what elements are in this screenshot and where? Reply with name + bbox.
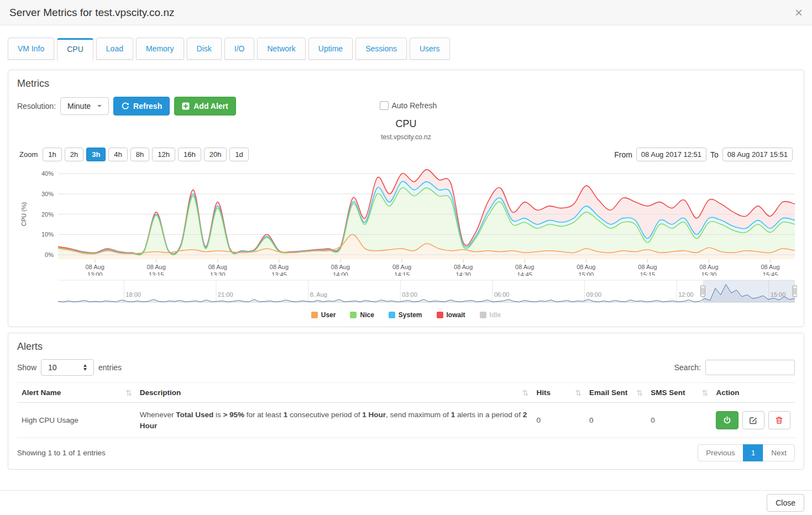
alerts-controls: Show 10 entries Search: [17,359,795,376]
legend-item-system[interactable]: System [389,311,422,319]
zoom-12h-button[interactable]: 12h [152,148,175,161]
resolution-value: Minute [67,102,91,111]
to-label: To [710,150,719,159]
tab-memory[interactable]: Memory [136,38,184,60]
chart-navigator[interactable]: 18:0021:008. Aug03:0006:0009:0012:0015:0… [17,279,797,304]
zoom-4h-button[interactable]: 4h [108,148,127,161]
showing-entries-text: Showing 1 to 1 of 1 entries [17,449,106,457]
svg-text:09:00: 09:00 [586,291,602,298]
auto-refresh-control: Auto Refresh [380,101,437,110]
zoom-label: Zoom [19,150,38,159]
legend-label-nice: Nice [360,311,374,319]
alerts-panel: Alerts Show 10 entries Search: Alert Nam… [8,333,804,470]
tab-disk[interactable]: Disk [187,38,222,60]
svg-text:08 Aug15:45: 08 Aug15:45 [761,264,779,276]
chevron-down-icon [97,105,102,107]
tab-vm-info[interactable]: VM Info [8,38,54,60]
refresh-label: Refresh [133,102,162,111]
cpu-chart: 0%10%20%30%40%08 Aug13:0008 Aug13:1508 A… [17,162,797,276]
tab-network[interactable]: Network [257,38,305,60]
column-header-description[interactable]: Description⇅ [135,383,532,403]
svg-text:08 Aug13:30: 08 Aug13:30 [208,264,227,276]
table-row: High CPU Usage Whenever Total Used is > … [17,403,795,438]
column-header-hits[interactable]: Hits⇅ [532,383,585,403]
chart-header: CPU test.vpscity.co.nz [17,118,795,141]
tab-sessions[interactable]: Sessions [355,38,407,60]
trash-icon [775,416,783,424]
plus-square-icon [182,102,190,110]
modal-title: Server Metrics for test.vpscity.co.nz [9,7,174,19]
zoom-1d-button[interactable]: 1d [229,148,248,161]
zoom-8h-button[interactable]: 8h [130,148,149,161]
legend-item-iowait[interactable]: Iowait [437,311,465,319]
legend-item-nice[interactable]: Nice [350,311,374,319]
previous-page-button[interactable]: Previous [698,444,743,461]
legend-label-system: System [399,311,422,319]
column-header-email-sent[interactable]: Email Sent⇅ [585,383,646,403]
zoom-1h-button[interactable]: 1h [43,148,61,161]
edit-alert-button[interactable] [742,411,764,429]
column-header-alert-name[interactable]: Alert Name⇅ [17,383,135,403]
tab-load[interactable]: Load [96,38,133,60]
alert-actions-cell [711,403,795,438]
alerts-panel-title: Alerts [17,341,795,353]
legend-swatch-nice [350,312,357,318]
auto-refresh-checkbox[interactable] [380,101,389,110]
tab-i-o[interactable]: I/O [224,38,255,60]
svg-text:08 Aug13:15: 08 Aug13:15 [147,264,166,276]
zoom-2h-button[interactable]: 2h [65,148,83,161]
zoom-20h-button[interactable]: 20h [204,148,227,161]
zoom-buttons: 1h2h3h4h8h12h16h20h1d [43,150,252,159]
search-input[interactable] [705,360,795,375]
legend-item-idle[interactable]: Idle [480,311,501,319]
zoom-3h-button[interactable]: 3h [86,148,106,161]
modal-footer: Close [0,490,812,515]
legend-swatch-user [311,312,318,318]
chart-title: CPU [17,118,795,130]
refresh-button[interactable]: Refresh [113,97,170,115]
resolution-select[interactable]: Minute [60,97,109,115]
sort-icon: ⇅ [575,388,582,397]
alert-email-sent-cell: 0 [585,403,646,438]
sort-icon: ⇅ [702,388,709,397]
from-date-field[interactable]: 08 Aug 2017 12:51 [636,148,706,161]
alert-description: Whenever Total Used is > 95% for at leas… [135,403,532,438]
close-icon[interactable]: × [795,6,803,19]
edit-icon [749,416,757,424]
page-1-button[interactable]: 1 [743,444,764,461]
svg-text:12:00: 12:00 [678,291,694,298]
to-date-field[interactable]: 08 Aug 2017 15:51 [722,148,793,161]
zoom-16h-button[interactable]: 16h [178,148,201,161]
from-label: From [614,150,632,159]
resolution-label: Resolution: [17,102,56,111]
metrics-panel: Metrics Resolution: Minute Refresh Add A… [8,70,804,327]
close-button[interactable]: Close [767,494,804,512]
power-icon [723,416,731,424]
navigator-handle-left[interactable] [700,286,705,297]
page-length-select[interactable]: 10 [41,359,94,376]
stepper-arrows-icon [83,364,87,371]
column-header-sms-sent[interactable]: SMS Sent⇅ [646,383,711,403]
pagination: Previous 1 Next [698,444,795,461]
alert-sms-sent-cell: 0 [646,403,711,438]
navigator-handle-right[interactable] [793,286,797,297]
tab-bar: VM InfoCPULoadMemoryDiskI/ONetworkUptime… [0,25,812,60]
toggle-alert-button[interactable] [716,411,738,429]
svg-text:08 Aug13:45: 08 Aug13:45 [270,264,289,276]
add-alert-button[interactable]: Add Alert [174,97,235,115]
chart-legend: UserNiceSystemIowaitIdle [17,311,795,319]
show-label: Show [17,363,36,372]
tab-uptime[interactable]: Uptime [308,38,353,60]
legend-item-user[interactable]: User [311,311,336,319]
tab-users[interactable]: Users [410,38,450,60]
svg-text:0%: 0% [45,251,54,258]
table-header-row: Alert Name⇅Description⇅Hits⇅Email Sent⇅S… [17,383,795,403]
tab-cpu[interactable]: CPU [57,38,93,61]
delete-alert-button[interactable] [768,411,790,429]
svg-text:08 Aug15:30: 08 Aug15:30 [699,264,718,276]
next-page-button[interactable]: Next [763,444,795,461]
svg-text:40%: 40% [41,170,54,177]
legend-label-idle: Idle [490,311,501,319]
legend-swatch-idle [480,312,486,318]
search-label: Search: [674,363,701,372]
